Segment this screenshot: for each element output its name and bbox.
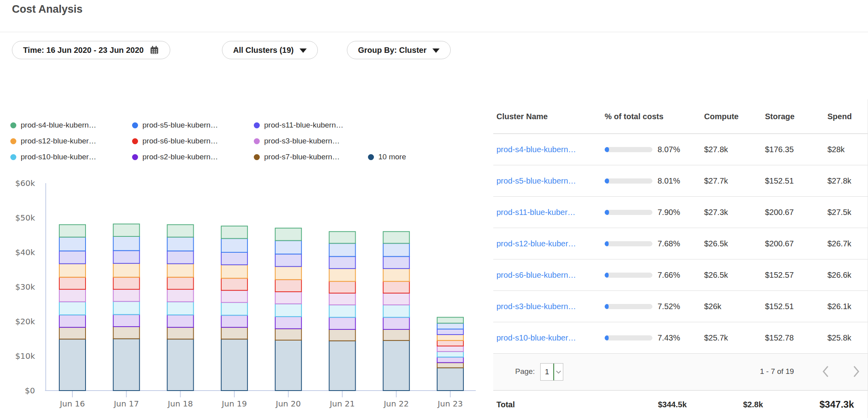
legend-item[interactable]: prod-s12-blue-kuber… [10,135,96,147]
bar-segment[interactable] [113,339,140,391]
bar-segment[interactable] [221,226,247,238]
bar-segment[interactable] [437,317,463,323]
bar-segment[interactable] [329,269,356,281]
bar-segment[interactable] [329,243,356,256]
legend-item[interactable]: prod-s5-blue-kubern… [132,119,218,131]
legend-item[interactable]: prod-s6-blue-kubern… [132,135,218,147]
cluster-name-link[interactable]: prod-s10-blue-kuber… [496,333,576,342]
bar-segment[interactable] [221,339,247,391]
bar-segment[interactable] [329,293,356,305]
bar-segment[interactable] [167,327,193,339]
bar-segment[interactable] [113,263,140,277]
bar-segment[interactable] [59,251,86,264]
column-header-compute[interactable]: Compute [704,112,754,121]
bar-segment[interactable] [59,237,86,251]
bar-segment[interactable] [437,341,463,346]
column-header-spend[interactable]: Spend [815,112,868,121]
bar-segment[interactable] [275,340,302,391]
bar-segment[interactable] [275,317,302,329]
bar-segment[interactable] [437,357,463,363]
bar-segment[interactable] [221,327,247,339]
bar-segment[interactable] [383,305,409,317]
bar-segment[interactable] [59,277,86,289]
bar-segment[interactable] [167,277,193,289]
bar-segment[interactable] [383,293,409,305]
bar-segment[interactable] [113,327,140,339]
legend-item[interactable]: prod-s3-blue-kubern… [254,135,340,147]
bar-segment[interactable] [221,278,247,290]
bar-segment[interactable] [275,304,302,317]
legend-item[interactable]: prod-s4-blue-kubern… [10,119,96,131]
bar-segment[interactable] [221,238,247,252]
bar-segment[interactable] [113,251,140,263]
bar-segment[interactable] [437,346,463,352]
bar-segment[interactable] [221,265,247,278]
bar-segment[interactable] [167,251,193,264]
bar-segment[interactable] [59,302,86,315]
bar-segment[interactable] [383,269,409,281]
bar-segment[interactable] [275,292,302,304]
legend-item[interactable]: prod-s7-blue-kubern… [254,151,340,163]
bar-segment[interactable] [167,224,193,237]
previous-page-icon[interactable] [820,362,831,383]
clusters-filter-dropdown[interactable]: All Clusters (19) [222,41,318,59]
bar-segment[interactable] [113,315,140,327]
bar-segment[interactable] [329,256,356,268]
bar-segment[interactable] [437,368,463,391]
column-header-storage[interactable]: Storage [754,112,815,121]
bar-segment[interactable] [59,289,86,302]
bar-segment[interactable] [113,236,140,251]
bar-segment[interactable] [167,302,193,315]
bar-segment[interactable] [59,224,86,237]
bar-segment[interactable] [221,252,247,265]
bar-segment[interactable] [329,329,356,341]
bar-segment[interactable] [167,339,193,391]
bar-segment[interactable] [167,237,193,251]
column-header-cluster-name[interactable]: Cluster Name [493,112,605,121]
time-range-filter-button[interactable]: Time: 16 Jun 2020 - 23 Jun 2020 [12,41,170,59]
bar-segment[interactable] [383,317,409,329]
page-select[interactable]: 1 [540,363,563,381]
bar-segment[interactable] [329,232,356,244]
cluster-name-link[interactable]: prod-s5-blue-kubern… [496,176,576,185]
bar-segment[interactable] [329,341,356,391]
cluster-name-link[interactable]: prod-s11-blue-kuber… [496,208,576,217]
cluster-name-link[interactable]: prod-s3-blue-kubern… [496,302,576,311]
column-header-pct-of-total[interactable]: % of total costs [605,112,704,121]
bar-segment[interactable] [275,228,302,240]
bar-segment[interactable] [275,240,302,254]
bar-segment[interactable] [167,264,193,277]
legend-item[interactable]: 10 more [368,151,406,163]
bar-segment[interactable] [167,315,193,327]
bar-segment[interactable] [113,224,140,236]
cluster-name-link[interactable]: prod-s12-blue-kuber… [496,239,576,248]
legend-item[interactable]: prod-s2-blue-kubern… [132,151,218,163]
bar-segment[interactable] [167,289,193,302]
bar-segment[interactable] [437,323,463,329]
legend-item[interactable]: prod-s10-blue-kuber… [10,151,96,163]
bar-segment[interactable] [221,315,247,327]
bar-segment[interactable] [383,232,409,244]
bar-segment[interactable] [383,329,409,341]
cluster-name-link[interactable]: prod-s4-blue-kubern… [496,145,576,154]
next-page-icon[interactable] [850,362,862,383]
bar-segment[interactable] [329,281,356,293]
bar-segment[interactable] [59,315,86,327]
bar-segment[interactable] [275,267,302,280]
bar-segment[interactable] [113,289,140,301]
bar-segment[interactable] [275,254,302,266]
bar-segment[interactable] [275,280,302,292]
legend-item[interactable]: prod-s11-blue-kubern… [254,119,343,131]
bar-segment[interactable] [329,305,356,317]
bar-segment[interactable] [329,317,356,329]
bar-segment[interactable] [113,277,140,289]
bar-segment[interactable] [275,329,302,340]
bar-segment[interactable] [59,327,86,339]
bar-segment[interactable] [383,243,409,256]
bar-segment[interactable] [59,264,86,277]
bar-segment[interactable] [437,363,463,368]
bar-segment[interactable] [113,302,140,315]
cluster-name-link[interactable]: prod-s6-blue-kubern… [496,271,576,279]
bar-segment[interactable] [383,256,409,268]
bar-segment[interactable] [59,339,86,391]
